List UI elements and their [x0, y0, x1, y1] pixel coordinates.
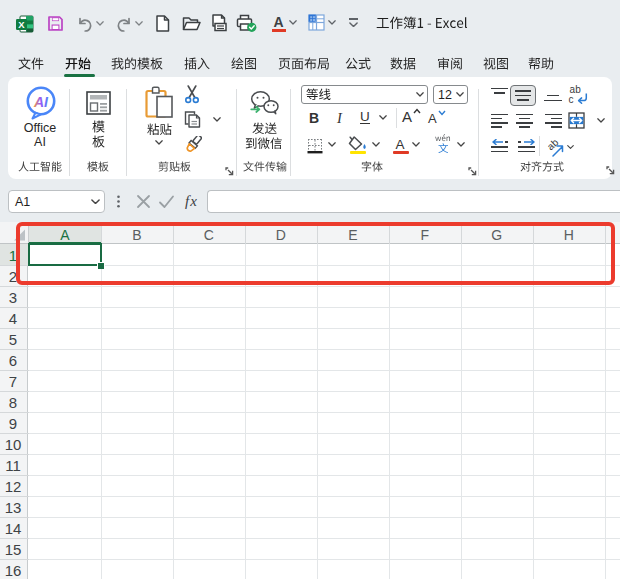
svg-text:X: X: [18, 19, 25, 30]
svg-text:AI: AI: [33, 94, 49, 110]
